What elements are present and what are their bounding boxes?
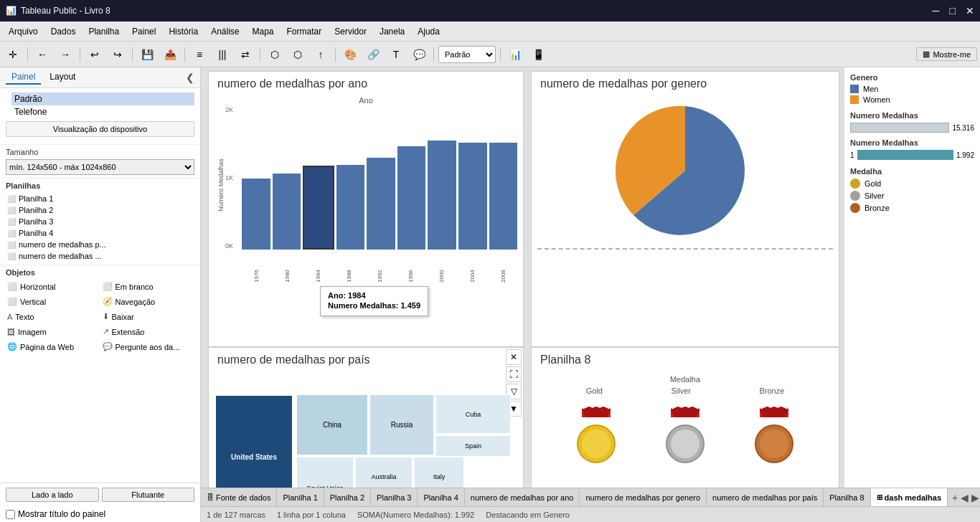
sheet-medalhas-genero[interactable]: ⬜ numero de medalhas ...	[6, 250, 194, 262]
close-button[interactable]: ✕	[966, 5, 974, 16]
treemap-cell-cuba[interactable]: Cuba	[435, 394, 511, 434]
tab-layout[interactable]: Layout	[44, 70, 81, 85]
treemap-cell-italy[interactable]: Italy	[414, 457, 464, 488]
save-button[interactable]: 💾	[137, 45, 157, 64]
medalhas-slider-track[interactable]	[857, 150, 953, 160]
medalhas-bar-track[interactable]	[850, 123, 949, 133]
obj-vertical[interactable]: ⬜ Vertical	[6, 295, 100, 308]
tab-planilha3[interactable]: Planilha 3	[371, 488, 418, 506]
new-sheet-button[interactable]: +	[952, 492, 958, 503]
publish-button[interactable]: 📤	[160, 45, 180, 64]
size-select[interactable]: mín. 124x560 - máx 1024x860	[6, 159, 194, 175]
menu-planilha[interactable]: Planilha	[83, 24, 125, 39]
device-button[interactable]: 📱	[528, 45, 548, 64]
group-button[interactable]: ⬡	[265, 45, 285, 64]
rows-button[interactable]: ≡	[189, 45, 209, 64]
bar-2008[interactable]	[489, 143, 518, 250]
flutuante-button[interactable]: Flutuante	[102, 488, 195, 502]
tab-medalhas-genero-label: numero de medalhas por genero	[585, 493, 700, 502]
view-dropdown[interactable]: Padrão	[438, 46, 496, 63]
menu-janela[interactable]: Janela	[374, 24, 410, 39]
sheet-planilha3[interactable]: ⬜ Planilha 3	[6, 216, 194, 227]
tab-fonte-dados[interactable]: 🗄 Fonte de dados	[201, 488, 277, 506]
sort-asc-button[interactable]: ↑	[311, 45, 331, 64]
bar-1996[interactable]	[397, 146, 426, 250]
bar-2000[interactable]	[428, 141, 456, 250]
maximize-button[interactable]: □	[950, 5, 956, 16]
tab-scroll-left[interactable]: ◀	[961, 492, 969, 503]
menu-dados[interactable]: Dados	[45, 24, 82, 39]
bar-1988[interactable]	[336, 165, 365, 250]
menu-historia[interactable]: História	[163, 24, 204, 39]
menu-ajuda[interactable]: Ajuda	[412, 24, 446, 39]
sidebar-collapse-button[interactable]: ❮	[186, 72, 194, 83]
sheet-planilha2[interactable]: ⬜ Planilha 2	[6, 204, 194, 216]
minimize-button[interactable]: ─	[933, 5, 940, 16]
menu-analise[interactable]: Análise	[205, 24, 245, 39]
sheet-planilha1[interactable]: ⬜ Planilha 1	[6, 193, 194, 204]
obj-baixar[interactable]: ⬇ Baixar	[101, 310, 195, 323]
tab-planilha4[interactable]: Planilha 4	[418, 488, 464, 506]
forward-button[interactable]: →	[55, 45, 75, 64]
color-button[interactable]: 🎨	[340, 45, 360, 64]
tab-medalhas-genero[interactable]: numero de medalhas por genero	[580, 488, 707, 506]
menu-arquivo[interactable]: Arquivo	[3, 24, 44, 39]
device-phone[interactable]: Telefone	[11, 105, 194, 118]
mostre-me-button[interactable]: ▦ Mostre-me	[916, 47, 977, 61]
title-bar-controls[interactable]: ─ □ ✕	[933, 5, 974, 16]
sheet-medalhas-ano[interactable]: ⬜ numero de medalhas p...	[6, 239, 194, 250]
link-button[interactable]: 🔗	[363, 45, 383, 64]
swap-button[interactable]: ⇄	[235, 45, 255, 64]
redo-button[interactable]: ↪	[108, 45, 128, 64]
obj-pagina-web[interactable]: 🌐 Página da Web	[6, 340, 100, 353]
treemap-cell-us[interactable]: United States	[215, 394, 293, 488]
obj-imagem[interactable]: 🖼 Imagem	[6, 325, 100, 338]
bar-1992[interactable]	[367, 158, 395, 250]
tooltip-button[interactable]: 💬	[409, 45, 429, 64]
obj-extensao[interactable]: ↗ Extensão	[101, 325, 195, 338]
tab-medalhas-pais[interactable]: numero de medalhas por país	[707, 488, 824, 506]
tab-medalhas-ano[interactable]: numero de medalhas por ano	[465, 488, 580, 506]
show-title-checkbox[interactable]	[6, 510, 15, 519]
obj-em-branco[interactable]: ⬜ Em branco	[101, 280, 195, 293]
obj-navegacao[interactable]: 🧭 Navegação	[101, 295, 195, 308]
tab-planilha1[interactable]: Planilha 1	[277, 488, 324, 506]
tab-planilha8[interactable]: Planilha 8	[824, 488, 870, 506]
columns-button[interactable]: |||	[212, 45, 232, 64]
menu-mapa[interactable]: Mapa	[246, 24, 279, 39]
tab-painel[interactable]: Painel	[6, 70, 41, 85]
lado-a-lado-button[interactable]: Lado a lado	[6, 488, 99, 502]
silver-header: Silver	[671, 386, 691, 395]
device-default[interactable]: Padrão	[11, 92, 194, 105]
bar-1984[interactable]	[303, 166, 334, 250]
silver-legend-item: Silver	[850, 191, 974, 201]
treemap-cell-russia[interactable]: Russia	[369, 394, 434, 455]
sheet-planilha4[interactable]: ⬜ Planilha 4	[6, 227, 194, 239]
bar-2004[interactable]	[458, 143, 487, 250]
bars-wrapper[interactable]	[242, 106, 517, 250]
text-button[interactable]: T	[386, 45, 406, 64]
obj-horizontal[interactable]: ⬜ Horizontal	[6, 280, 100, 293]
ungroup-button[interactable]: ⬡	[288, 45, 308, 64]
menu-formatar[interactable]: Formatar	[281, 24, 328, 39]
move-tool-button[interactable]: ✛	[3, 45, 23, 64]
chart-type-button[interactable]: 📊	[505, 45, 525, 64]
menu-servidor[interactable]: Servidor	[329, 24, 372, 39]
bar-1976[interactable]	[242, 179, 270, 250]
device-viz-button[interactable]: Visualização do dispositivo	[6, 121, 194, 137]
obj-texto-label: Texto	[15, 313, 34, 321]
treemap-cell-spain[interactable]: Spain	[435, 435, 511, 457]
treemap-cell-australia[interactable]: Australia	[355, 457, 413, 488]
undo-button[interactable]: ↩	[85, 45, 105, 64]
bar-1980[interactable]	[273, 174, 301, 250]
treemap-cell-china[interactable]: China	[296, 394, 368, 455]
tab-planilha2[interactable]: Planilha 2	[324, 488, 371, 506]
menu-painel[interactable]: Painel	[126, 24, 161, 39]
tab-dash-medalhas[interactable]: ⊞ dash medalhas	[871, 488, 948, 506]
obj-pergunte[interactable]: 💬 Pergunte aos da...	[101, 340, 195, 353]
treemap-cell-soviet[interactable]: Soviet Union	[296, 457, 354, 488]
back-button[interactable]: ←	[32, 45, 52, 64]
tab-scroll-right[interactable]: ▶	[971, 492, 979, 503]
panel-close-button[interactable]: ✕	[506, 349, 522, 365]
obj-texto[interactable]: A Texto	[6, 310, 100, 323]
